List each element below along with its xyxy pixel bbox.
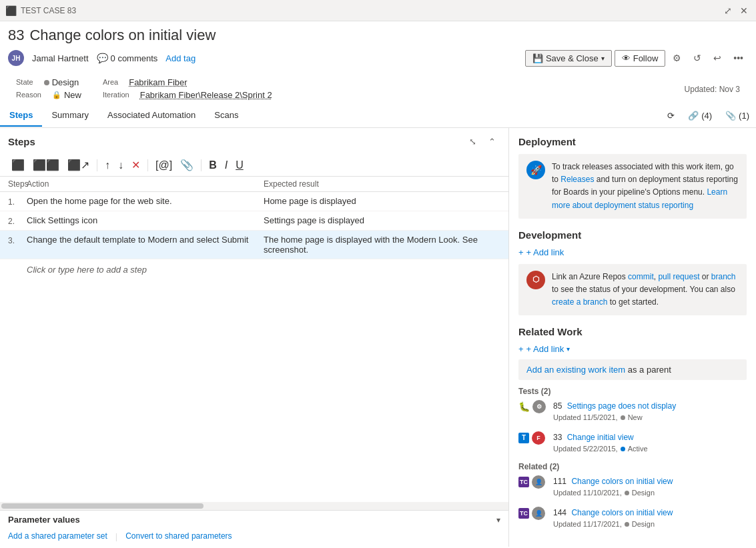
attachments-icon: 📎 [725,111,736,121]
related-item-2-link[interactable]: Change colors on initial view [571,508,673,517]
add-existing-link[interactable]: Add an existing work item [526,365,625,375]
add-tag-button[interactable]: Add tag [165,53,196,63]
test-item-1-id: 85 [553,401,562,411]
area-value[interactable]: Fabrikam Fiber [129,77,187,87]
related-item-1-avatar: 👤 [532,475,545,489]
step-expected-2[interactable]: Settings page is displayed [264,215,500,226]
move-down-button[interactable]: ↓ [115,157,127,173]
param-chevron-icon: ▾ [496,515,500,525]
col-action: Action [27,179,264,189]
more-button[interactable]: ••• [729,49,748,67]
step-expected-1[interactable]: Home page is displayed [264,196,500,207]
links-button[interactable]: 🔗 (4) [681,107,719,125]
history-icon: ⟳ [667,111,675,121]
commit-link[interactable]: commit [628,272,654,281]
save-dropdown-arrow[interactable]: ▾ [601,55,605,62]
step-row[interactable]: 1. Open the home page for the web site. … [0,192,508,211]
title-bar-text: TEST CASE 83 [21,6,76,15]
related-item-2: TC 👤 144 Change colors on initial view U… [518,507,747,533]
close-button[interactable]: ✕ [737,4,751,17]
author-row: JH Jamal Hartnett 💬 0 comments Add tag 💾… [8,49,748,67]
test-item-1-link[interactable]: Settings page does not display [567,401,676,411]
history-button[interactable]: ⟳ [661,107,681,125]
deployment-text: To track releases associated with this w… [552,161,739,212]
step-row-selected[interactable]: 3. Change the default template to Modern… [0,231,508,259]
insert-test-step-button[interactable]: ⬛ [8,157,28,173]
state-value[interactable]: Design [44,77,79,87]
comments-link[interactable]: 💬 0 comments [97,53,158,63]
author-left: JH Jamal Hartnett 💬 0 comments Add tag [8,50,196,66]
step-expected-3[interactable]: The home page is displayed with the Mode… [264,235,500,255]
horizontal-scrollbar[interactable] [0,502,508,510]
create-shared-steps-button[interactable]: ⬛↗ [64,157,93,173]
step-action-2[interactable]: Click Settings icon [27,215,264,226]
related-item-1-dot [625,491,629,495]
add-step-row[interactable]: Click or type here to add a step [0,259,508,280]
test-item-2-info: 33 Change initial view Updated 5/22/2015… [553,431,648,455]
related-add-link-button[interactable]: + + Add link ▾ [518,344,747,354]
fields-row: State Design Reason 🔒 New Area [16,77,740,100]
delete-button[interactable]: ✕ [128,157,143,173]
convert-shared-params-link[interactable]: Convert to shared parameters [125,531,232,541]
h-scroll-thumb [1,503,204,509]
collapse-button[interactable]: ⌃ [484,133,500,150]
step-action-1[interactable]: Open the home page for the web site. [27,196,264,207]
related-item-1-icon: TC [518,477,529,487]
left-panel: Steps ⤡ ⌃ ⬛ ⬛⬛ ⬛↗ ↑ ↓ ✕ [@] 📎 B I U Step… [0,128,509,547]
related-item-2-avatar: 👤 [532,507,545,520]
tab-scans[interactable]: Scans [205,105,248,127]
move-up-button[interactable]: ↑ [101,157,113,173]
attachments-button[interactable]: 📎 (1) [719,107,756,125]
test-item-1-meta: Updated 11/5/2021, New [553,412,676,423]
expand-all-button[interactable]: ⤡ [464,133,481,150]
expand-button[interactable]: ⤢ [721,4,735,17]
test-item-1-avatar: ⚙ [532,400,546,413]
tab-automation[interactable]: Associated Automation [98,105,205,127]
branch-link[interactable]: branch [711,272,736,281]
save-close-button[interactable]: 💾 Save & Close ▾ [525,50,612,67]
releases-link[interactable]: Releases [560,175,594,184]
reason-value[interactable]: 🔒 New [52,90,81,100]
related-item-2-info: 144 Change colors on initial view Update… [553,507,673,530]
title-bar-buttons: ⤢ ✕ [721,4,751,17]
iteration-value[interactable]: Fabrikam Fiber\Release 2\Sprint 2 [140,90,272,100]
steps-header: Steps ⤡ ⌃ [0,128,508,154]
step-num-1: 1. [8,196,27,207]
reason-label: Reason [16,91,41,99]
parameter-links: Add a shared parameter set | Convert to … [0,529,508,547]
refresh-button[interactable]: ↺ [689,49,706,67]
add-shared-param-link[interactable]: Add a shared parameter set [8,531,107,541]
follow-button[interactable]: 👁 Follow [615,50,666,67]
right-panel: Deployment 🚀 To track releases associate… [509,128,756,547]
dev-add-link-button[interactable]: + + Add link [518,247,747,257]
iteration-label: Iteration [103,91,129,99]
bold-button[interactable]: B [206,157,220,173]
related-add-chevron: ▾ [566,345,570,353]
related-item-1-link[interactable]: Change colors on initial view [571,477,673,486]
related-add-parent-box[interactable]: Add an existing work item as a parent [518,359,747,380]
parameter-values-row[interactable]: Parameter values ▾ [0,510,508,529]
tab-steps[interactable]: Steps [0,105,42,127]
deployment-section: Deployment 🚀 To track releases associate… [518,136,747,219]
related-item-1-meta: Updated 11/10/2021, Design [553,487,673,499]
pr-link[interactable]: pull request [658,272,699,281]
related-work-title: Related Work [518,326,747,337]
related-test-item-1: 🐛 ⚙ 85 Settings page does not display Up… [518,400,747,426]
dev-add-icon: + [518,247,524,257]
attach-button[interactable]: 📎 [177,157,197,173]
deployment-box: 🚀 To track releases associated with this… [518,154,747,219]
create-branch-link[interactable]: create a branch [552,297,607,307]
settings-button[interactable]: ⚙ [668,49,686,67]
undo-button[interactable]: ↩ [709,49,726,67]
parameter-values-title: Parameter values [8,515,80,525]
step-row[interactable]: 2. Click Settings icon Settings page is … [0,211,508,231]
links-count: (4) [701,111,712,121]
underline-button[interactable]: U [232,157,247,173]
insert-shared-steps-button[interactable]: ⬛⬛ [29,157,63,173]
insert-param-button[interactable]: [@] [152,157,175,173]
italic-button[interactable]: I [222,157,231,173]
tab-summary[interactable]: Summary [42,105,98,127]
test-item-2-meta: Updated 5/22/2015, Active [553,443,648,455]
test-item-2-link[interactable]: Change initial view [567,433,634,442]
step-action-3[interactable]: Change the default template to Modern an… [27,235,264,255]
